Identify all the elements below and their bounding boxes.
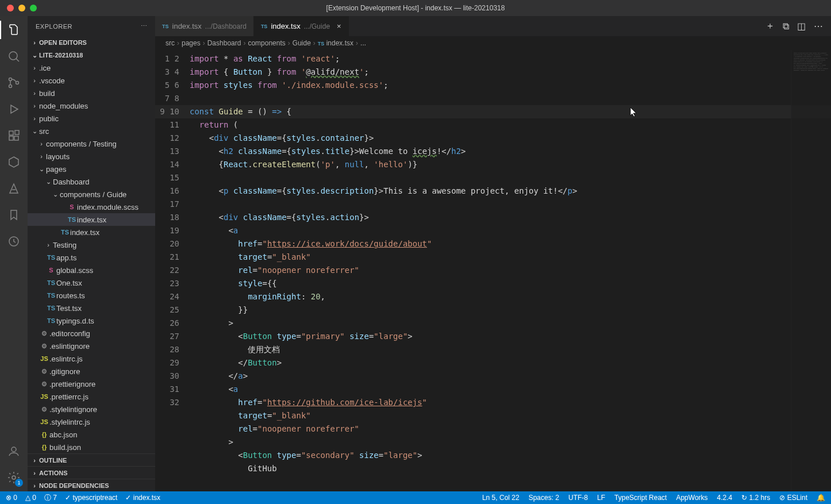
explorer-sidebar: EXPLORER ⋯ ›OPEN EDITORS ⌄LITE-20210318 … — [28, 16, 155, 491]
open-editors-header[interactable]: ›OPEN EDITORS — [28, 36, 155, 49]
breadcrumb-item[interactable]: Guide — [293, 39, 311, 47]
file-item[interactable]: TSindex.tsx — [28, 213, 155, 226]
breadcrumb-item[interactable]: ... — [360, 39, 366, 47]
folder-item[interactable]: ›layouts — [28, 150, 155, 163]
file-item[interactable]: TSOne.tsx — [28, 276, 155, 289]
editor-tabs: TSindex.tsx.../DashboardTSindex.tsx.../G… — [155, 16, 831, 36]
file-item[interactable]: Sglobal.scss — [28, 264, 155, 276]
minimap[interactable]: import * as React from 'react'; import {… — [791, 50, 831, 491]
breadcrumb-item[interactable]: pages — [182, 39, 201, 47]
status-bell-icon[interactable]: 🔔 — [817, 494, 825, 502]
actions-header[interactable]: ›ACTIONS — [28, 466, 155, 479]
svg-rect-5 — [9, 136, 13, 140]
node-deps-header[interactable]: ›NODE DEPENDENCIES — [28, 479, 155, 491]
activity-bar: 1 — [0, 16, 28, 491]
explorer-more-icon[interactable]: ⋯ — [141, 22, 148, 30]
file-item[interactable]: {}abc.json — [28, 428, 155, 441]
history-icon[interactable] — [6, 233, 22, 249]
source-control-icon[interactable] — [6, 75, 22, 91]
window-title: [Extension Development Host] - index.tsx… — [326, 4, 505, 12]
file-item[interactable]: {}build.json — [28, 441, 155, 453]
outline-header[interactable]: ›OUTLINE — [28, 453, 155, 466]
appworks-icon[interactable] — [6, 180, 22, 197]
status-errors[interactable]: ⊗ 0 — [6, 494, 17, 502]
folder-item[interactable]: ›.vscode — [28, 74, 155, 87]
search-icon[interactable] — [6, 48, 22, 64]
file-item[interactable]: TSindex.tsx — [28, 226, 155, 238]
file-item[interactable]: ⚙.stylelintignore — [28, 403, 155, 415]
svg-point-2 — [9, 85, 12, 88]
minimize-window-button[interactable] — [18, 5, 25, 11]
folder-item[interactable]: ›public — [28, 112, 155, 125]
breadcrumb-item[interactable]: components — [248, 39, 285, 47]
status-appworks[interactable]: AppWorks — [676, 494, 707, 502]
folder-item[interactable]: ›components / Testing — [28, 137, 155, 150]
close-tab-icon[interactable]: × — [337, 22, 341, 30]
file-item[interactable]: TStypings.d.ts — [28, 314, 155, 327]
breadcrumb-item[interactable]: Dashboard — [207, 39, 241, 47]
file-item[interactable]: Sindex.module.scss — [28, 201, 155, 213]
folder-item[interactable]: ⌄Dashboard — [28, 175, 155, 188]
status-encoding[interactable]: UTF-8 — [568, 494, 588, 502]
file-item[interactable]: ⚙.editorconfig — [28, 327, 155, 340]
file-item[interactable]: JS.eslintrc.js — [28, 352, 155, 365]
file-item[interactable]: JS.stylelintrc.js — [28, 415, 155, 428]
breadcrumb[interactable]: src›pages›Dashboard›components›Guide›TS … — [155, 36, 831, 50]
explorer-title: EXPLORER — [36, 23, 72, 30]
status-eslint[interactable]: ⊘ ESLint — [779, 494, 807, 502]
file-item[interactable]: ⚙.prettierignore — [28, 378, 155, 390]
diff-icon[interactable]: ⧉ — [783, 21, 789, 32]
folder-item[interactable]: ›.ice — [28, 61, 155, 74]
svg-point-1 — [9, 78, 12, 81]
file-item[interactable]: TSroutes.ts — [28, 289, 155, 302]
bookmark-icon[interactable] — [6, 207, 22, 223]
status-bar: ⊗ 0 △ 0 ⓘ 7 ✓ typescriptreact ✓ index.ts… — [0, 491, 831, 504]
svg-point-9 — [11, 447, 16, 452]
hexagon-icon[interactable] — [6, 154, 22, 170]
file-item[interactable]: TSapp.ts — [28, 251, 155, 264]
svg-rect-7 — [15, 130, 19, 134]
account-icon[interactable] — [6, 443, 22, 459]
file-item[interactable]: ⚙.eslintignore — [28, 340, 155, 352]
file-item[interactable]: JS.prettierrc.js — [28, 390, 155, 403]
status-lang-check[interactable]: ✓ typescriptreact — [65, 494, 117, 502]
extensions-icon[interactable] — [6, 128, 22, 144]
folder-item[interactable]: ›Testing — [28, 238, 155, 251]
editor-area: TSindex.tsx.../DashboardTSindex.tsx.../G… — [155, 16, 831, 491]
svg-point-10 — [12, 476, 16, 479]
split-editor-icon[interactable]: ◫ — [797, 21, 806, 32]
settings-gear-icon[interactable]: 1 — [6, 470, 22, 486]
title-bar: [Extension Development Host] - index.tsx… — [0, 0, 831, 16]
status-position[interactable]: Ln 5, Col 22 — [482, 494, 520, 502]
file-item[interactable]: ⚙.gitignore — [28, 365, 155, 378]
project-header[interactable]: ⌄LITE-20210318 — [28, 49, 155, 61]
editor-tab[interactable]: TSindex.tsx.../Guide× — [254, 16, 349, 36]
file-tree: ›.ice›.vscode›build›node_modules›public⌄… — [28, 61, 155, 453]
more-actions-icon[interactable]: ⋯ — [814, 21, 823, 32]
status-mode[interactable]: TypeScript React — [614, 494, 667, 502]
maximize-window-button[interactable] — [30, 5, 37, 11]
status-spaces[interactable]: Spaces: 2 — [529, 494, 559, 502]
status-eol[interactable]: LF — [597, 494, 605, 502]
svg-rect-4 — [9, 131, 13, 135]
status-time[interactable]: ↻ 1.2 hrs — [741, 494, 770, 502]
run-debug-icon[interactable] — [6, 101, 22, 117]
breadcrumb-item[interactable]: src — [166, 39, 175, 47]
breadcrumb-item[interactable]: TS index.tsx — [318, 39, 353, 47]
folder-item[interactable]: ⌄components / Guide — [28, 188, 155, 201]
status-file-check[interactable]: ✓ index.tsx — [125, 494, 160, 502]
file-item[interactable]: TSTest.tsx — [28, 302, 155, 314]
explorer-icon[interactable] — [6, 22, 22, 38]
folder-item[interactable]: ⌄pages — [28, 163, 155, 175]
status-warnings[interactable]: △ 0 — [25, 494, 36, 502]
editor-tab[interactable]: TSindex.tsx.../Dashboard — [155, 16, 254, 36]
folder-item[interactable]: ›node_modules — [28, 99, 155, 112]
folder-item[interactable]: ›build — [28, 87, 155, 99]
svg-rect-6 — [14, 136, 18, 140]
close-window-button[interactable] — [7, 5, 14, 11]
new-file-icon[interactable]: ＋ — [765, 20, 775, 32]
folder-item[interactable]: ⌄src — [28, 125, 155, 137]
svg-point-3 — [16, 82, 19, 84]
status-version[interactable]: 4.2.4 — [717, 494, 733, 502]
status-info[interactable]: ⓘ 7 — [44, 493, 57, 503]
